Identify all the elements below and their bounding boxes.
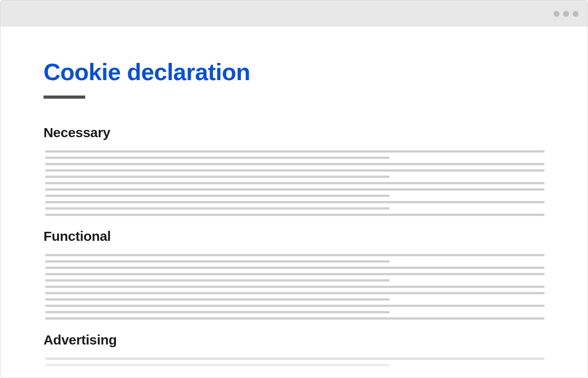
placeholder-line: [45, 260, 390, 263]
section-heading: Advertising: [43, 332, 545, 348]
placeholder-line: [45, 214, 545, 216]
placeholder-line: [45, 267, 545, 269]
placeholder-line: [45, 305, 545, 307]
placeholder-line: [45, 286, 545, 288]
title-underline: [43, 96, 85, 99]
placeholder-line: [45, 195, 390, 197]
window-control-dot[interactable]: [563, 11, 569, 17]
placeholder-line: [45, 150, 545, 153]
placeholder-text: [43, 358, 545, 366]
placeholder-line: [45, 176, 390, 178]
placeholder-text: [43, 150, 545, 216]
placeholder-line: [45, 201, 545, 203]
placeholder-line: [45, 298, 390, 301]
placeholder-line: [45, 292, 545, 294]
page-content: Cookie declaration Necessary Functional: [0, 27, 588, 378]
window-control-dot[interactable]: [573, 11, 578, 17]
placeholder-line: [45, 364, 390, 366]
placeholder-line: [45, 163, 545, 165]
placeholder-line: [45, 182, 545, 184]
placeholder-line: [45, 279, 390, 282]
placeholder-line: [45, 317, 545, 320]
section-heading: Functional: [43, 229, 545, 244]
section-functional: Functional: [43, 229, 545, 320]
placeholder-line: [45, 188, 545, 191]
window-control-dot[interactable]: [554, 11, 559, 17]
placeholder-line: [45, 157, 390, 159]
browser-window: Cookie declaration Necessary Functional: [0, 0, 588, 378]
section-advertising: Advertising: [43, 332, 545, 366]
section-heading: Necessary: [43, 125, 545, 140]
placeholder-text: [43, 254, 545, 320]
placeholder-line: [45, 358, 545, 360]
page-title: Cookie declaration: [43, 58, 545, 86]
window-titlebar: [0, 0, 588, 27]
placeholder-line: [45, 273, 545, 275]
section-necessary: Necessary: [43, 125, 545, 216]
placeholder-line: [45, 311, 390, 313]
placeholder-line: [45, 254, 545, 256]
placeholder-line: [45, 207, 390, 210]
placeholder-line: [45, 169, 545, 172]
